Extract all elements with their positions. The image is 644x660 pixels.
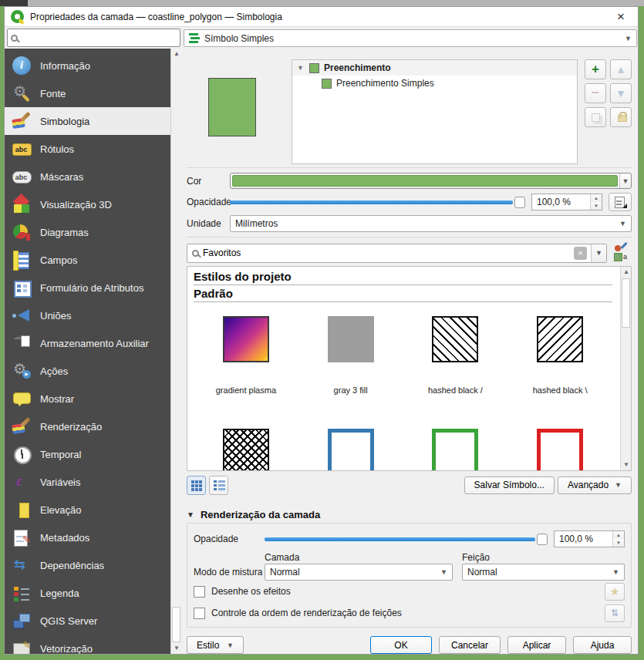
sidebar-item-informacao[interactable]: Informação <box>5 52 170 79</box>
sidebar-item-dependencias[interactable]: Dependências <box>5 551 170 579</box>
swatch-preview[interactable] <box>328 316 374 362</box>
collapse-arrow-icon[interactable]: ▼ <box>297 64 305 72</box>
sidebar-item-rotulos[interactable]: Rótulos <box>5 135 170 163</box>
style-search-box[interactable]: × ▼ <box>187 244 607 263</box>
swatch-preview[interactable] <box>537 429 583 471</box>
ok-button[interactable]: OK <box>370 636 432 654</box>
spin-arrows[interactable]: ▲▼ <box>612 531 624 547</box>
opacity-spinbox[interactable]: 100,0 % ▲▼ <box>531 194 602 210</box>
style-swatch-outline-blue[interactable] <box>298 423 403 471</box>
swatch-preview[interactable] <box>432 316 478 362</box>
draw-effects-checkbox[interactable] <box>194 586 205 598</box>
style-swatch-outline-green[interactable] <box>403 423 508 471</box>
layer-opacity-spinbox[interactable]: 100,0 % ▲▼ <box>554 530 625 547</box>
slider-handle[interactable] <box>537 534 548 545</box>
swatch-preview[interactable] <box>537 316 583 362</box>
symbol-layer-tree[interactable]: ▼ Preenchimento Preenchimento Simples <box>292 59 578 164</box>
help-button[interactable]: Ajuda <box>573 636 632 654</box>
style-menu-button[interactable]: Estilo▼ <box>187 636 244 654</box>
sidebar-item-mascaras[interactable]: Máscaras <box>5 163 170 190</box>
search-filter-dropdown[interactable]: ▼ <box>591 244 606 262</box>
style-search-field[interactable] <box>203 248 570 258</box>
slider-handle[interactable] <box>514 197 525 208</box>
sidebar-scrollbar[interactable]: ▲ ▼ <box>170 49 181 654</box>
scroll-up-icon[interactable]: ▲ <box>171 49 181 59</box>
sidebar-item-acoes[interactable]: Ações <box>5 357 170 385</box>
sidebar-item-visualizacao-3d[interactable]: Visualização 3D <box>5 190 170 218</box>
cancel-button[interactable]: Cancelar <box>439 636 501 654</box>
duplicate-symbol-layer-button[interactable] <box>585 107 606 127</box>
style-scroll-thumb[interactable] <box>622 278 630 328</box>
color-dropdown[interactable]: ▼ <box>619 173 631 188</box>
sidebar-item-renderizacao[interactable]: Renderização <box>5 412 170 440</box>
feature-order-checkbox[interactable] <box>194 608 205 619</box>
sidebar-item-armazenamento-auxiliar[interactable]: Armazenamento Auxiliar <box>5 329 170 357</box>
lock-colors-button[interactable] <box>610 107 632 127</box>
layer-rendering-header[interactable]: ▼ Renderização da camada <box>187 506 632 523</box>
spin-arrows[interactable]: ▲▼ <box>590 194 602 210</box>
swatch-preview[interactable] <box>223 429 269 471</box>
feature-order-options-button[interactable]: ⇅ <box>605 604 625 622</box>
properties-filter-input[interactable] <box>7 29 180 47</box>
style-manager-icon[interactable] <box>612 244 632 262</box>
style-swatch-crosshatch[interactable] <box>194 423 298 471</box>
data-defined-override-button[interactable] <box>609 193 632 211</box>
save-symbol-button[interactable]: Salvar Símbolo... <box>464 476 555 494</box>
opacity-slider[interactable] <box>230 194 525 210</box>
sidebar-item-metadados[interactable]: Metadados <box>5 524 170 551</box>
color-button[interactable]: ▼ <box>230 173 632 189</box>
style-swatch-hash-back[interactable]: hashed black \ <box>507 310 612 423</box>
sidebar-item-qgis-server[interactable]: QGIS Server <box>5 607 170 635</box>
list-view-button[interactable] <box>209 476 228 495</box>
sidebar-scroll-thumb[interactable] <box>172 607 180 642</box>
sidebar-item-elevacao[interactable]: Elevação <box>5 496 170 524</box>
sidebar-item-variaveis[interactable]: Variáveis <box>5 468 170 496</box>
symbol-type-dropdown[interactable]: Símbolo Simples ▼ <box>184 29 637 47</box>
tree-row-fill[interactable]: ▼ Preenchimento <box>292 60 577 76</box>
spin-down-icon[interactable]: ▼ <box>613 539 624 547</box>
spin-down-icon[interactable]: ▼ <box>591 202 602 210</box>
swatch-preview[interactable] <box>328 429 374 471</box>
rotulos-icon <box>12 140 31 158</box>
move-up-button[interactable]: ▲ <box>610 59 632 79</box>
swatch-preview[interactable] <box>432 429 478 471</box>
move-down-button[interactable]: ▼ <box>610 83 632 103</box>
scroll-down-icon[interactable]: ▼ <box>171 643 181 654</box>
apply-button[interactable]: Aplicar <box>507 636 566 654</box>
spin-up-icon[interactable]: ▲ <box>613 531 624 539</box>
style-panel-scrollbar[interactable]: ▲ ▼ <box>620 267 631 471</box>
sidebar-item-campos[interactable]: Campos <box>5 246 170 274</box>
sidebar-item-formulario-de-atributos[interactable]: Formulário de Atributos <box>5 274 170 301</box>
swatch-preview[interactable] <box>223 316 269 362</box>
sidebar-item-vetorizacao[interactable]: Vetorização <box>5 635 170 654</box>
advanced-button[interactable]: Avançado▼ <box>558 476 632 494</box>
icon-view-button[interactable] <box>187 476 206 495</box>
style-swatch-gray-fill[interactable]: gray 3 fill <box>298 310 403 423</box>
properties-search-field[interactable] <box>21 32 177 43</box>
add-symbol-layer-button[interactable]: + <box>585 59 606 79</box>
effects-options-button[interactable]: ★ <box>605 583 625 601</box>
style-swatch-outline-red[interactable] <box>507 423 612 471</box>
sidebar-item-fonte[interactable]: Fonte <box>5 79 170 107</box>
style-swatch-hash-fwd[interactable]: hashed black / <box>403 310 508 423</box>
sidebar-item-diagramas[interactable]: Diagramas <box>5 218 170 246</box>
close-icon[interactable]: × <box>610 8 632 26</box>
sidebar-item-temporal[interactable]: Temporal <box>5 440 170 468</box>
scroll-up-icon[interactable]: ▲ <box>621 267 632 278</box>
sidebar-item-legenda[interactable]: Legenda <box>5 579 170 607</box>
style-swatch-gradient-plasma[interactable]: gradient plasma <box>194 310 298 423</box>
symbol-editor: ▼ Preenchimento Preenchimento Simples + … <box>187 52 632 165</box>
sidebar-item-unioes[interactable]: Uniões <box>5 301 170 329</box>
remove-symbol-layer-button[interactable]: − <box>585 83 606 103</box>
scroll-down-icon[interactable]: ▼ <box>621 460 632 470</box>
clear-search-icon[interactable]: × <box>574 247 587 260</box>
feature-blend-dropdown[interactable]: Normal ▼ <box>462 564 625 581</box>
spin-up-icon[interactable]: ▲ <box>591 194 602 202</box>
layer-opacity-slider[interactable] <box>265 531 548 547</box>
sidebar-item-mostrar[interactable]: Mostrar <box>5 385 170 412</box>
sidebar-item-simbologia[interactable]: Simbologia <box>5 107 170 135</box>
properties-sidebar: InformaçãoFonteSimbologiaRótulosMáscaras… <box>5 49 181 654</box>
layer-blend-dropdown[interactable]: Normal ▼ <box>265 564 453 581</box>
unit-dropdown[interactable]: Milímetros ▼ <box>230 215 632 232</box>
tree-row-simple-fill[interactable]: Preenchimento Simples <box>292 76 577 91</box>
